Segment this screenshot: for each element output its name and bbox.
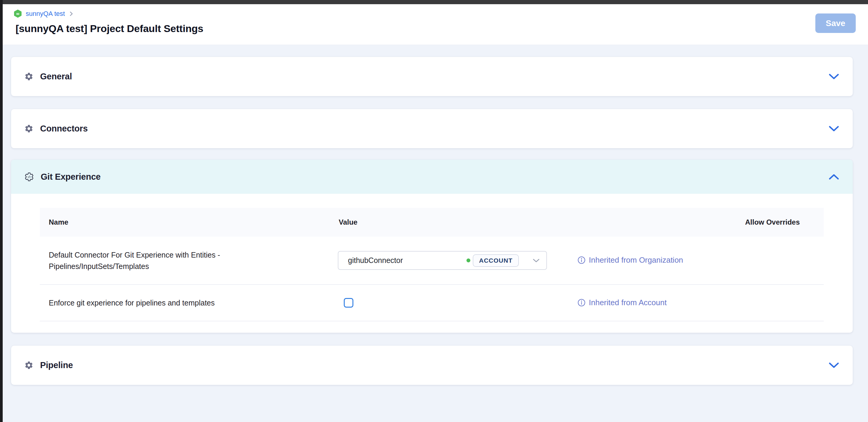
breadcrumb: ∞ sunnyQA test [14,9,73,18]
setting-status-cell: Inherited from Account [578,298,736,308]
section-title: Pipeline [40,360,73,370]
project-icon: ∞ [14,9,22,18]
chevron-up-icon[interactable] [828,173,840,180]
left-nav-edge [0,0,3,422]
inherited-from-account-link[interactable]: Inherited from Account [578,298,666,307]
connector-status-dot [466,258,470,262]
chevron-down-icon[interactable] [828,74,840,80]
connector-select[interactable]: githubConnector ACCOUNT [338,251,547,270]
section-title: General [40,72,72,81]
gear-icon [24,124,33,133]
row-divider [40,321,824,321]
page-title: [sunnyQA test] Project Default Settings [16,23,204,34]
inherited-from-organization-link[interactable]: Inherited from Organization [578,255,683,265]
section-header-connectors[interactable]: Connectors [11,109,853,148]
section-card-general: General [11,57,853,96]
table-header-row: Name Value Allow Overrides [40,208,824,236]
section-header-pipeline[interactable]: Pipeline [11,346,853,385]
top-window-bar [0,0,868,4]
section-card-pipeline: Pipeline [11,346,853,385]
section-card-git-experience: ‹/› Git Experience Name Value Allow Over… [11,160,853,333]
breadcrumb-project-link[interactable]: sunnyQA test [26,10,65,18]
section-header-general[interactable]: General [11,57,853,96]
setting-value-cell: githubConnector ACCOUNT [338,251,578,270]
column-header-name: Name [40,218,338,226]
connector-select-value: githubConnector [348,256,403,265]
setting-name-line1: Default Connector For Git Experience wit… [49,249,338,260]
settings-table: Name Value Allow Overrides Default Conne… [40,208,824,321]
connector-scope-badge: ACCOUNT [473,254,519,267]
git-settings-gear-icon: ‹/› [24,172,34,182]
gear-icon [24,361,33,370]
chevron-down-icon[interactable] [828,362,840,369]
setting-value-cell [338,298,578,308]
chevron-down-icon[interactable] [828,125,840,132]
svg-text:∞: ∞ [16,11,20,17]
select-chevron-down-icon [533,258,540,263]
section-title: Git Experience [41,172,100,182]
info-icon [578,299,586,307]
setting-name: Default Connector For Git Experience wit… [40,249,338,272]
inherited-label: Inherited from Account [589,298,666,307]
gear-icon [24,72,33,81]
section-header-left: ‹/› Git Experience [24,172,100,182]
section-header-left: General [24,72,72,81]
column-header-allow-overrides: Allow Overrides [736,218,824,226]
info-icon [578,256,586,264]
setting-status-cell: Inherited from Organization [578,255,736,265]
table-row: Default Connector For Git Experience wit… [40,236,824,284]
page-header: ∞ sunnyQA test [sunnyQA test] Project De… [3,4,868,45]
svg-text:‹/›: ‹/› [28,175,31,178]
section-card-connectors: Connectors [11,109,853,148]
section-title: Connectors [40,124,88,134]
inherited-label: Inherited from Organization [589,255,683,265]
section-header-left: Pipeline [24,360,73,370]
setting-name-line2: Pipelines/InputSets/Templates [49,260,338,272]
section-header-left: Connectors [24,124,88,134]
table-row: Enforce git experience for pipelines and… [40,285,824,321]
enforce-git-experience-checkbox[interactable] [344,298,353,308]
setting-name: Enforce git experience for pipelines and… [40,297,338,308]
save-button[interactable]: Save [815,13,856,33]
column-header-value: Value [338,218,578,226]
breadcrumb-chevron-icon [69,11,73,17]
section-header-git-experience[interactable]: ‹/› Git Experience [11,160,853,194]
